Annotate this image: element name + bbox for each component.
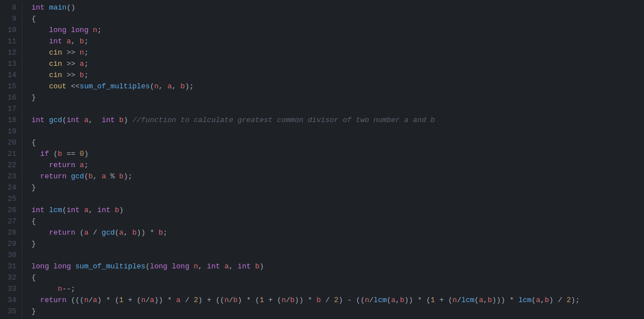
kw-token: int xyxy=(238,262,251,271)
line-number: 28 xyxy=(4,227,16,239)
var-token: b xyxy=(158,228,163,237)
plain-token: ( xyxy=(474,296,479,304)
var-token: b xyxy=(115,206,119,214)
plain-token: ((( xyxy=(66,296,84,304)
plain-token: + ( xyxy=(435,296,452,304)
kw-token: if xyxy=(40,150,49,158)
line-number: 31 xyxy=(4,261,16,272)
var-token: b xyxy=(316,296,321,304)
plain-token xyxy=(31,37,49,46)
plain-token: ) xyxy=(260,262,264,271)
plain-token: , xyxy=(172,82,181,91)
fn-token: lcm xyxy=(518,296,531,304)
plain-token: { xyxy=(31,15,36,23)
plain-token: } xyxy=(31,93,36,102)
code-line: return gcd(b, a % b); xyxy=(31,171,644,182)
var-token: n xyxy=(141,296,146,304)
plain-token xyxy=(80,206,84,214)
code-line: if (b == 0) xyxy=(31,149,644,160)
line-number: 29 xyxy=(4,239,16,250)
plain-token: ) / xyxy=(549,296,566,304)
line-number: 14 xyxy=(4,70,16,81)
var-token: a xyxy=(391,296,396,304)
plain-token: % xyxy=(106,172,119,181)
num-token: 1 xyxy=(430,296,435,304)
var-token: b xyxy=(488,296,492,304)
code-content[interactable]: int main(){ long long n; int a, b; cin >… xyxy=(22,2,644,317)
line-number: 21 xyxy=(4,149,16,160)
plain-token: } xyxy=(31,183,36,192)
line-number: 9 xyxy=(4,14,16,25)
var-token: a xyxy=(102,172,106,181)
line-number: 11 xyxy=(4,36,16,47)
var-token: a xyxy=(80,60,84,68)
plain-token: , xyxy=(198,262,207,271)
line-number: 23 xyxy=(4,171,16,182)
plain-token: >> xyxy=(62,71,80,79)
var-token: n xyxy=(282,296,286,304)
kw-token: long xyxy=(49,26,66,34)
plain-token: ) + (( xyxy=(198,296,225,304)
plain-token: / xyxy=(369,296,374,304)
var-token: a xyxy=(119,228,124,237)
plain-token xyxy=(31,26,49,34)
plain-token: , xyxy=(229,262,238,271)
plain-token: , xyxy=(93,172,102,181)
type-token: cin xyxy=(49,71,62,79)
plain-token: ; xyxy=(163,228,167,237)
var-token: a xyxy=(479,296,483,304)
plain-token: , xyxy=(396,296,400,304)
plain-token xyxy=(31,228,49,237)
fn-token: main xyxy=(49,3,66,12)
code-line: long long sum_of_multiples(long long n, … xyxy=(31,261,644,272)
code-line: cin >> n; xyxy=(31,47,644,59)
plain-token xyxy=(71,262,75,271)
num-token: 2 xyxy=(194,296,198,304)
var-token: b xyxy=(119,172,124,181)
num-token: 0 xyxy=(80,150,84,158)
fn-token: gcd xyxy=(102,228,115,237)
plain-token xyxy=(31,172,40,181)
plain-token: ; xyxy=(84,71,89,79)
line-number: 13 xyxy=(4,59,16,70)
code-line: int a, b; xyxy=(31,36,644,47)
line-number: 19 xyxy=(4,126,16,137)
code-line: { xyxy=(31,216,644,227)
plain-token: ); xyxy=(571,296,580,304)
plain-token: == xyxy=(62,150,80,158)
type-token: cout xyxy=(49,82,66,91)
plain-token: , xyxy=(88,116,101,124)
plain-token: ( xyxy=(146,262,150,271)
var-token: b xyxy=(233,296,238,304)
plain-token: )) * xyxy=(155,296,176,304)
kw-token: long xyxy=(71,26,88,34)
kw-token: return xyxy=(40,296,67,304)
code-line: { xyxy=(31,137,644,149)
var-token: b xyxy=(80,37,84,46)
line-number: 22 xyxy=(4,160,16,171)
var-token: a xyxy=(167,82,172,91)
var-token: a xyxy=(150,296,155,304)
plain-token xyxy=(251,262,255,271)
plain-token: ); xyxy=(124,172,133,181)
line-number: 17 xyxy=(4,104,16,115)
plain-token: } xyxy=(31,240,36,248)
kw-token: int xyxy=(97,206,110,214)
plain-token: , xyxy=(88,206,97,214)
plain-token xyxy=(75,161,80,169)
var-token: b xyxy=(58,150,62,158)
plain-token: + ( xyxy=(264,296,282,304)
code-line: } xyxy=(31,92,644,104)
plain-token: { xyxy=(31,217,36,226)
kw-token: int xyxy=(66,206,79,214)
plain-token: () xyxy=(66,3,75,12)
var-token: a xyxy=(80,161,84,169)
code-line xyxy=(31,104,644,115)
code-line: } xyxy=(31,182,644,194)
plain-token: } xyxy=(31,307,36,316)
plain-token: --; xyxy=(62,285,75,293)
kw-token: int xyxy=(102,116,115,124)
var-token: n xyxy=(58,285,62,293)
fn-token: lcm xyxy=(461,296,474,304)
plain-token: ( xyxy=(75,228,84,237)
